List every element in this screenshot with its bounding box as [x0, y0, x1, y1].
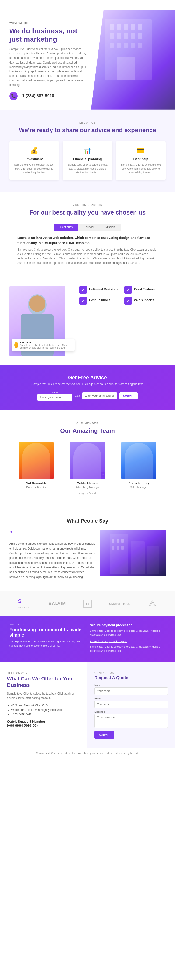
tab-founder[interactable]: Founder	[78, 224, 100, 231]
svg-marker-30	[149, 601, 156, 606]
svg-rect-29	[121, 546, 124, 550]
message-input[interactable]	[95, 714, 168, 728]
logos-section: SHARVEST BALVIM +1 SMARTTRAC	[0, 591, 175, 616]
svg-rect-13	[124, 43, 128, 48]
team-title: Our Amazing Team	[9, 427, 166, 435]
aaa-logo-svg	[148, 600, 157, 606]
svg-rect-26	[121, 539, 124, 542]
secure-title: Secure payment processor	[90, 623, 166, 627]
mission-content: Brave is an innovative web solution, whi…	[18, 235, 157, 266]
feature-item-2: ✓ Good Features	[124, 286, 166, 294]
hamburger-menu[interactable]	[85, 5, 90, 8]
svg-rect-9	[131, 33, 135, 39]
team-role-1: Financial Director	[13, 486, 59, 488]
svg-rect-10	[138, 33, 142, 39]
card-investment: 💰 Investment Sample text. Click to selec…	[9, 141, 59, 180]
svg-rect-22	[131, 541, 144, 574]
hero-title: We do business, not just marketing	[9, 27, 87, 43]
svg-rect-27	[112, 546, 114, 550]
bottom-tag: HELP US 24/7	[7, 672, 80, 674]
contact-tag: CONTACT US	[95, 672, 168, 674]
feature-label-3: Best Solutions	[89, 298, 110, 302]
feature-item-3: ✓ Best Solutions	[79, 297, 121, 305]
person-face-1	[22, 443, 50, 479]
contact-submit-button[interactable]: SUBMIT	[95, 731, 114, 739]
building-svg	[91, 10, 175, 84]
svg-rect-8	[124, 33, 128, 39]
name-label: Name:	[95, 684, 168, 687]
svg-rect-3	[124, 24, 128, 30]
bottom-list: 46 Street, Network City, 9010 Which don'…	[7, 704, 80, 716]
mission-content-text: Sample text. Click to select the text bo…	[18, 248, 156, 265]
cards-row: 💰 Investment Sample text. Click to selec…	[9, 141, 166, 180]
image-credit: Image by Freepik	[9, 492, 166, 495]
feature-label-2: Good Features	[134, 287, 156, 291]
footer-text: Sample text. Click to select the text bo…	[36, 752, 139, 754]
hero-image	[91, 10, 175, 110]
top-bar	[0, 0, 175, 10]
bottom-right: CONTACT US Request A Quote Name: Email: …	[88, 662, 175, 748]
cta-submit-button[interactable]: SUBMIT	[119, 392, 138, 399]
cta-form: Name Email SUBMIT	[9, 390, 166, 401]
card-title-2: Financial planning	[67, 157, 108, 161]
features-grid: ✓ Unlimited Revisions ✓ Good Features ✓ …	[79, 286, 166, 305]
purple-banner: ABOUT US Fundraising for nonprofits made…	[0, 616, 175, 662]
badge-text: Sample text. Click to select the text bo…	[20, 344, 72, 349]
email-input[interactable]	[95, 700, 168, 708]
svg-rect-11	[110, 43, 114, 48]
banner-title: Fundraising for nonprofits made simple	[9, 627, 85, 638]
badge-name: Paul Smith	[20, 341, 72, 344]
person-face-3	[125, 443, 153, 479]
debt-icon: 💳	[120, 147, 162, 154]
logo-harvest: SHARVEST	[18, 598, 31, 609]
bottom-section: HELP US 24/7 What Can We Offer for Your …	[0, 662, 175, 748]
list-item-1: 46 Street, Network City, 9010	[11, 704, 80, 707]
svg-rect-1	[110, 24, 114, 30]
team-role-3: Sales Manager	[116, 486, 162, 488]
mission-title: For our best quality you have chosen us	[9, 209, 166, 216]
features-right: ✓ Unlimited Revisions ✓ Good Features ✓ …	[79, 286, 166, 305]
hero-tag: WHAT WE DO	[9, 22, 87, 24]
cta-email-input[interactable]	[82, 392, 117, 399]
list-item-3: +1 23 589 55 46	[11, 713, 80, 716]
feature-item-1: ✓ Unlimited Revisions	[79, 286, 121, 294]
cta-section: Get Free Advice Sample text. Click to se…	[0, 365, 175, 410]
svg-rect-12	[117, 43, 121, 48]
logo-aaa	[148, 600, 157, 608]
feature-label-1: Unlimited Revisions	[89, 287, 118, 291]
cta-name-label: Name	[51, 391, 58, 394]
card-text-1: Sample text. Click to select the text bo…	[13, 163, 55, 175]
mission-content-title: Brave is an innovative web solution, whi…	[18, 235, 157, 246]
tab-continues[interactable]: Continues	[55, 224, 78, 231]
message-field: Message:	[95, 710, 168, 729]
hero-phone[interactable]: 📞 +1 (234) 567-8910	[9, 92, 87, 100]
logo-smarttrac: SMARTTRAC	[109, 602, 130, 605]
svg-rect-25	[117, 539, 119, 542]
banner-tag: ABOUT US	[9, 623, 85, 626]
secure-link[interactable]: A sizable monthly donation page	[90, 640, 127, 643]
banner-text: We help local nonprofits access the fund…	[9, 640, 85, 648]
testimonial-right-image	[100, 530, 166, 576]
cta-name-input[interactable]	[37, 394, 72, 401]
svg-rect-15	[138, 43, 142, 48]
name-field: Name:	[95, 684, 168, 695]
check-icon-3: ✓	[79, 297, 87, 305]
svg-rect-23	[147, 546, 159, 574]
tab-mission[interactable]: Mission	[100, 224, 120, 231]
svg-point-19	[29, 296, 45, 312]
name-input[interactable]	[95, 687, 168, 695]
mission-tabs: Continues Founder Mission	[9, 224, 166, 231]
bottom-text: Sample text. Click to select the text bo…	[7, 692, 80, 700]
support-number-label: Quick Support Number	[7, 719, 45, 723]
message-label: Message:	[95, 710, 168, 713]
card-financial: 📊 Financial planning Sample text. Click …	[63, 141, 112, 180]
purple-banner-right: Secure payment processor Sample text. Cl…	[90, 623, 166, 655]
team-photo-3	[121, 442, 156, 479]
svg-rect-4	[131, 24, 135, 30]
investment-icon: 💰	[13, 147, 55, 154]
card-text-2: Sample text. Click to select the text bo…	[67, 163, 108, 175]
list-item-2: Which don't Look Even Slightly Believabl…	[11, 708, 80, 711]
mission-section: MISSION & VISION For our best quality yo…	[0, 192, 175, 277]
footer: Sample text. Click to select the text bo…	[0, 748, 175, 758]
email-label: Email:	[95, 697, 168, 700]
